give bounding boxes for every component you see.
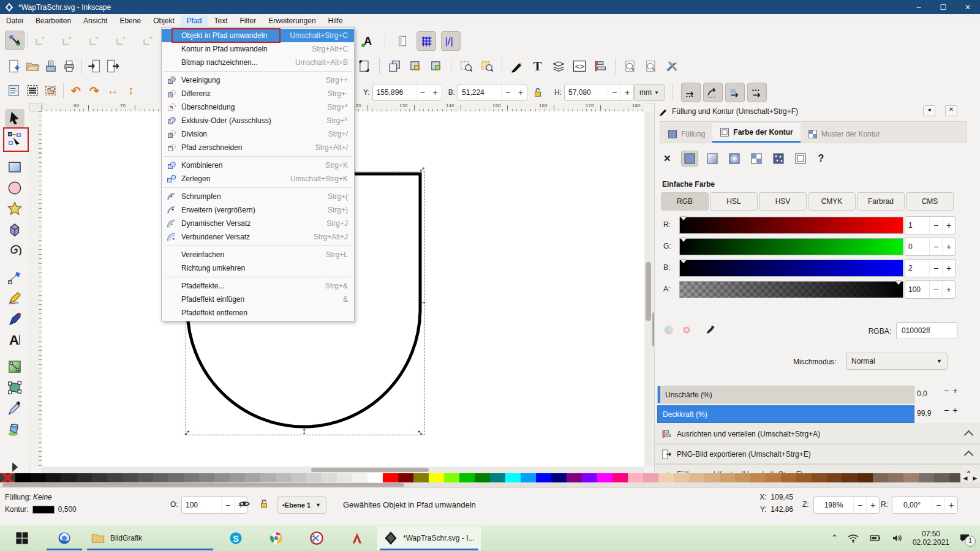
blur-slider-handle[interactable] <box>658 386 660 403</box>
palette-swatch[interactable] <box>368 473 383 482</box>
palette-swatch[interactable] <box>551 473 567 482</box>
menu-item-verbundener-versatz[interactable]: Verbundener VersatzStrg+Alt+J <box>162 230 354 244</box>
zoom-spinner[interactable]: 198% − + <box>813 497 880 514</box>
collapsed-dialog-0[interactable]: Ausrichten und verteilen (Umschalt+Strg+… <box>655 424 980 444</box>
color-tab-cmyk[interactable]: CMYK <box>808 192 856 211</box>
red-slider-handle[interactable] <box>680 217 687 220</box>
menu-datei[interactable]: Datei <box>0 15 29 26</box>
snap-text-baseline-button[interactable]: A <box>358 32 377 50</box>
deselect-button[interactable] <box>42 81 60 100</box>
blue-plus-button[interactable]: + <box>942 260 955 277</box>
palette-swatch[interactable] <box>888 473 903 482</box>
palette-none-swatch[interactable] <box>0 473 15 482</box>
close-button[interactable]: ✕ <box>956 0 980 14</box>
mesh-tool[interactable] <box>5 378 24 397</box>
green-slider-handle[interactable] <box>680 238 687 242</box>
paint-help-button[interactable]: ? <box>818 153 824 164</box>
palette-swatch[interactable] <box>276 473 291 482</box>
palette-swatch[interactable] <box>720 473 735 482</box>
vertical-ruler[interactable] <box>29 111 42 467</box>
blue-slider[interactable] <box>679 260 903 277</box>
palette-swatch[interactable] <box>750 473 766 482</box>
palette-swatch[interactable] <box>337 473 352 482</box>
snap-bbox-icon[interactable] <box>31 31 50 50</box>
rotation-plus-button[interactable]: + <box>944 497 957 513</box>
notification-center-icon[interactable]: 1 <box>958 532 971 544</box>
menu-ebene[interactable]: Ebene <box>113 15 147 26</box>
palette-swatch[interactable] <box>796 473 812 482</box>
pattern-button[interactable] <box>748 151 764 166</box>
palette-swatch[interactable] <box>444 473 459 482</box>
snap-page-border-button[interactable] <box>393 32 412 50</box>
menu-item-erweitern-vergrö-ern-[interactable]: Erweitern (vergrößern)Strg+) <box>162 203 354 217</box>
wifi-icon[interactable] <box>846 532 860 544</box>
opacity-minus-button[interactable]: − <box>221 497 234 513</box>
rotate-cw-button[interactable]: ↷ <box>85 81 104 100</box>
tab-füllung[interactable]: Füllung <box>660 125 712 143</box>
menu-item-exklusiv-oder-ausschluss-[interactable]: Exklusiv-Oder (Ausschluss)Strg+^ <box>162 114 354 127</box>
alpha-plus-button[interactable]: + <box>942 281 955 298</box>
menu-item-zerlegen[interactable]: ZerlegenUmschalt+Strg+K <box>162 172 354 186</box>
blend-mode-select[interactable]: Normal▼ <box>846 353 948 370</box>
alpha-minus-button[interactable]: − <box>929 281 942 298</box>
select-all-layers-button[interactable] <box>23 81 42 100</box>
menu-item-pfad-zerschneiden[interactable]: Pfad zerschneidenStrg+Alt+/ <box>162 141 354 154</box>
palette-swatch[interactable] <box>490 473 505 482</box>
y-field-minus-button[interactable]: − <box>416 84 429 100</box>
alpha-slider-handle[interactable] <box>895 281 902 285</box>
scale-handle-right[interactable]: ↔ <box>418 298 427 304</box>
paint-bucket-tool[interactable] <box>5 420 24 438</box>
export-button[interactable] <box>104 57 122 75</box>
palette-swatch[interactable] <box>689 473 704 482</box>
palette-swatch[interactable] <box>322 473 337 482</box>
fill-indicator[interactable]: Füllung: Keine <box>5 493 52 501</box>
align-dialog-button[interactable] <box>591 57 609 75</box>
preferences-button[interactable] <box>663 57 681 75</box>
palette-swatch[interactable] <box>475 473 490 482</box>
palette-swatch[interactable] <box>306 473 322 482</box>
color-tab-hsl[interactable]: HSL <box>710 192 758 211</box>
palette-swatch[interactable] <box>919 473 934 482</box>
layer-visibility-eye-icon[interactable] <box>238 498 251 510</box>
palette-swatch[interactable] <box>766 473 781 482</box>
radial-gradient-button[interactable] <box>726 151 742 166</box>
ellipse-tool[interactable] <box>5 179 24 197</box>
blur-slider[interactable]: Unschärfe (%) <box>657 386 914 403</box>
y-field-value[interactable]: 155,896 <box>373 88 416 97</box>
palette-swatch[interactable] <box>123 473 138 482</box>
menu-item-richtung-umkehren[interactable]: Richtung umkehren <box>162 261 354 275</box>
menu-hilfe[interactable]: Hilfe <box>322 15 349 26</box>
palette-swatch[interactable] <box>842 473 858 482</box>
tab-farbe-der-kontur[interactable]: Farbe der Kontur <box>712 123 800 143</box>
menu-item-pfadeffekt-einfügen[interactable]: Pfadeffekt einfügen& <box>162 293 354 306</box>
red-plus-button[interactable]: + <box>942 217 955 234</box>
paint-none-button[interactable]: ✕ <box>663 153 671 164</box>
red-slider[interactable] <box>679 217 903 234</box>
select-all-button[interactable] <box>5 81 23 100</box>
battery-icon[interactable] <box>869 532 882 544</box>
layer-lock-icon[interactable] <box>258 498 270 510</box>
width-field-minus-button[interactable]: − <box>501 84 514 100</box>
menu-item-vereinigung[interactable]: VereinigungStrg++ <box>162 73 354 87</box>
document-properties-button[interactable] <box>642 57 660 75</box>
alpha-spinner[interactable]: 100−+ <box>905 280 956 299</box>
palette-swatch[interactable] <box>781 473 796 482</box>
unknown-paint-button[interactable] <box>793 151 809 166</box>
print-button[interactable] <box>60 57 78 75</box>
palette-swatch[interactable] <box>628 473 643 482</box>
palette-swatch[interactable] <box>903 473 919 482</box>
clock[interactable]: 07:50 02.02.2021 <box>913 530 949 547</box>
color-wheel-icon[interactable] <box>663 324 674 335</box>
palette-swatch[interactable] <box>812 473 827 482</box>
speaker-icon[interactable] <box>891 532 904 544</box>
flat-color-button[interactable] <box>681 151 698 167</box>
blue-slider-handle[interactable] <box>680 260 687 263</box>
rgba-input[interactable]: 010002ff <box>896 322 957 339</box>
selector-tool[interactable] <box>5 109 24 127</box>
alpha-slider[interactable] <box>679 281 903 298</box>
palette-swatch[interactable] <box>92 473 107 482</box>
zoom-drawing-button[interactable] <box>478 57 496 75</box>
palette-swatch[interactable] <box>704 473 720 482</box>
stroke-indicator[interactable]: Kontur:0,500 <box>5 505 77 514</box>
menu-text[interactable]: Text <box>208 15 234 26</box>
